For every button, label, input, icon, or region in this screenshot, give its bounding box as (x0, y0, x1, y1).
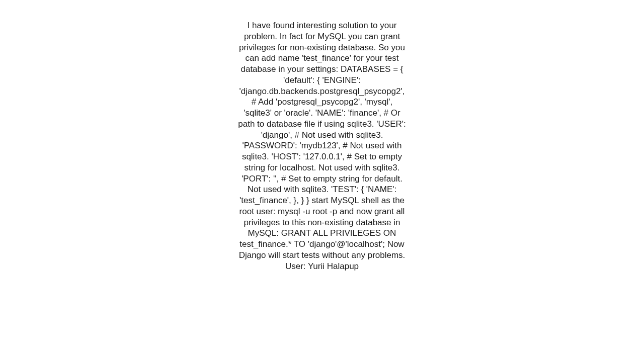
document-body: I have found interesting solution to you… (236, 20, 408, 272)
page: I have found interesting solution to you… (0, 0, 644, 362)
